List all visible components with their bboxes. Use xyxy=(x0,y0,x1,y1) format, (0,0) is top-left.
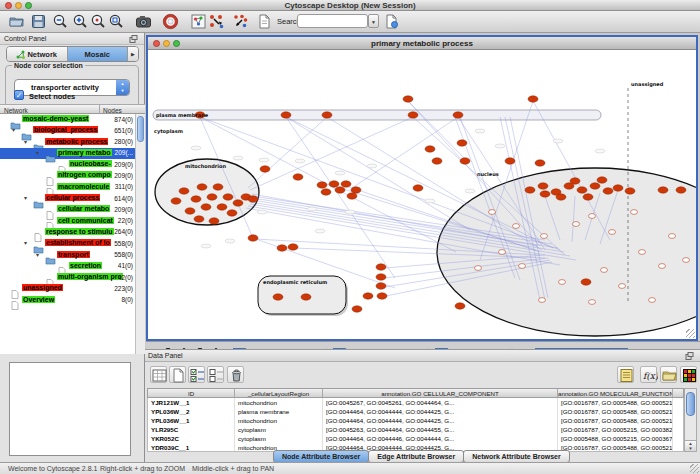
network-node[interactable] xyxy=(352,306,362,312)
region-plasma-membrane[interactable] xyxy=(153,110,601,120)
network-node[interactable] xyxy=(676,187,686,193)
disclosure-triangle-icon[interactable]: ▾ xyxy=(36,149,39,156)
network-node[interactable] xyxy=(590,183,600,189)
table-row[interactable]: YPL036W__2plasma membrane[GO:0044464, GO… xyxy=(148,407,683,416)
network-node[interactable] xyxy=(455,303,465,309)
annotation-page-icon[interactable] xyxy=(256,13,273,30)
network-node[interactable] xyxy=(377,293,387,299)
network-node-outline[interactable] xyxy=(475,266,482,271)
network-node[interactable] xyxy=(540,191,550,197)
network-node[interactable] xyxy=(293,174,303,180)
network-node-outline[interactable] xyxy=(513,224,520,229)
tree-item-establishment-of-lo[interactable]: ▾establishment of lo558(0) xyxy=(0,238,135,249)
disclosure-triangle-icon[interactable]: ▾ xyxy=(12,126,15,133)
tab-overflow-arrow[interactable]: ▶ xyxy=(128,47,138,61)
network-node[interactable] xyxy=(171,198,181,204)
tree-item-mosaic-demo-yeast[interactable]: mosaic-demo-yeast874(0) xyxy=(0,114,135,125)
network-node[interactable] xyxy=(194,216,204,222)
tree-item-overview[interactable]: Overview8(0) xyxy=(0,295,135,306)
tree-item-cellular-process[interactable]: ▾cellular process614(0) xyxy=(0,193,135,204)
tree-item-nitrogen-compo[interactable]: nitrogen compo209(0) xyxy=(0,170,135,181)
layout-scale2-icon[interactable] xyxy=(232,13,249,30)
table-row[interactable]: YLR295Ccytoplasm[GO:0045263, GO:0044464,… xyxy=(148,425,683,434)
edge[interactable] xyxy=(286,117,395,278)
tree-item-response-to-stimulu[interactable]: response to stimulu264(0) xyxy=(0,227,135,238)
network-node[interactable] xyxy=(505,158,515,164)
tree-item-cellular-metabo[interactable]: cellular metabo209(0) xyxy=(0,204,135,215)
network-node[interactable] xyxy=(583,194,593,200)
network-node[interactable] xyxy=(277,245,287,251)
network-node[interactable] xyxy=(321,189,331,195)
tree-item-metabolic-process[interactable]: ▾metabolic process280(0) xyxy=(0,137,135,148)
column-header-3[interactable]: annotation.GO MOLECULAR_FUNCTION xyxy=(558,389,673,397)
network-node[interactable] xyxy=(376,264,386,270)
network-node[interactable] xyxy=(213,184,223,190)
table-row[interactable]: YKR052Ccytoplasm[GO:0044464, GO:0044446,… xyxy=(148,434,683,443)
network-node-outline[interactable] xyxy=(499,250,506,255)
scrollbar-arrows[interactable]: ▲▼ xyxy=(685,440,696,451)
network-node[interactable] xyxy=(185,208,195,214)
network-node-outline[interactable] xyxy=(559,280,566,285)
network-node-outline[interactable] xyxy=(609,230,616,235)
float-data-panel-icon[interactable] xyxy=(685,352,694,360)
column-header-0[interactable]: ID xyxy=(148,389,235,397)
network-node[interactable] xyxy=(453,112,463,118)
float-panel-icon[interactable] xyxy=(129,35,138,43)
table-scrollbar-thumb[interactable] xyxy=(686,392,695,416)
network-node[interactable] xyxy=(597,177,607,183)
tree-item-unassigned[interactable]: unassigned223(0) xyxy=(0,283,135,294)
attribute-table-header[interactable]: ID_cellularLayoutRegionannotation.GO CEL… xyxy=(147,388,684,398)
tree-item-biological-process[interactable]: ▾biological_process651(0) xyxy=(0,125,135,136)
column-header-2[interactable]: annotation.GO CELLULAR_COMPONENT xyxy=(323,389,558,397)
network-node[interactable] xyxy=(329,181,339,187)
network-node[interactable] xyxy=(227,210,237,216)
network-node[interactable] xyxy=(556,194,566,200)
open-folder[interactable] xyxy=(8,13,25,30)
network-canvas[interactable]: plasma membranecytoplasmmitochondrionnuc… xyxy=(148,50,696,337)
layout-scale-icon[interactable] xyxy=(208,13,225,30)
network-node[interactable] xyxy=(408,112,418,118)
delete-attribute-icon[interactable] xyxy=(227,366,244,383)
network-node[interactable] xyxy=(281,112,291,118)
tab-network[interactable]: Network xyxy=(7,47,68,61)
network-node[interactable] xyxy=(425,146,435,152)
tree-item-transport[interactable]: ▾transport558(0) xyxy=(0,250,135,261)
table-row[interactable]: YPL036W__1mitochondrion[GO:0044464, GO:0… xyxy=(148,416,683,425)
heatmap-icon[interactable] xyxy=(680,366,697,383)
network-node[interactable] xyxy=(403,96,413,102)
network-node[interactable] xyxy=(191,196,201,202)
network-node-outline[interactable] xyxy=(519,264,526,269)
network-node[interactable] xyxy=(248,196,258,202)
tree-item-multi-organism-pro[interactable]: multi-organism pro42(0) xyxy=(0,272,135,283)
network-node-outline[interactable] xyxy=(489,210,496,215)
network-node[interactable] xyxy=(223,194,233,200)
network-node[interactable] xyxy=(376,283,386,289)
network-node[interactable] xyxy=(335,187,345,193)
app-resize-grip[interactable] xyxy=(690,464,699,473)
column-header-1[interactable]: _cellularLayoutRegion xyxy=(235,389,323,397)
import-attributes-icon[interactable] xyxy=(660,366,677,383)
network-node[interactable] xyxy=(457,140,467,146)
network-node[interactable] xyxy=(322,112,332,118)
network-node[interactable] xyxy=(376,274,386,280)
network-node[interactable] xyxy=(260,166,270,172)
network-node[interactable] xyxy=(432,158,442,164)
network-node[interactable] xyxy=(347,193,357,199)
network-overview-icon[interactable] xyxy=(190,13,207,30)
tree-item-nucleobase-[interactable]: nucleobase-209(0) xyxy=(0,159,135,170)
attribute-table[interactable]: YJR121W__1mitochondrion[GO:0045267, GO:0… xyxy=(147,398,684,452)
tree-item-primary-metabo[interactable]: ▾primary metabo209(... xyxy=(0,148,135,159)
network-node-outline[interactable] xyxy=(683,258,690,263)
network-node-outline[interactable] xyxy=(639,250,646,255)
network-node[interactable] xyxy=(525,187,535,193)
network-node[interactable] xyxy=(317,182,327,188)
edge[interactable] xyxy=(352,117,458,188)
select-nodes-checkbox[interactable]: ✓ xyxy=(14,90,24,100)
network-node-outline[interactable] xyxy=(631,210,638,215)
network-node[interactable] xyxy=(351,187,361,193)
network-node[interactable] xyxy=(603,188,613,194)
network-node[interactable] xyxy=(625,188,635,194)
snapshot-camera-icon[interactable] xyxy=(135,13,152,30)
attribute-list-icon[interactable] xyxy=(617,366,634,383)
disclosure-triangle-icon[interactable]: ▾ xyxy=(24,239,27,246)
